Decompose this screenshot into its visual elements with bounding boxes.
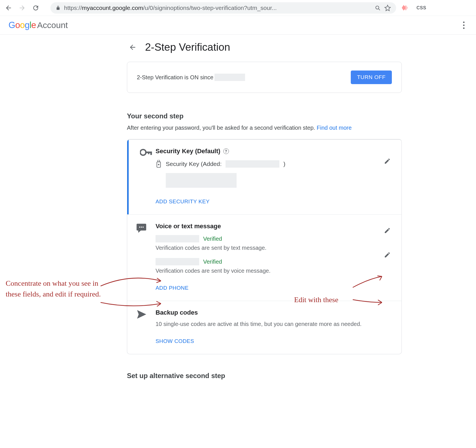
- svg-point-11: [139, 227, 140, 228]
- annotation-arrow-1: [99, 272, 164, 292]
- edit-security-key-button[interactable]: [384, 158, 391, 165]
- google-logo: Google: [8, 20, 36, 30]
- svg-point-2: [463, 24, 464, 26]
- content: 2-Step Verification is ON since TURN OFF…: [127, 62, 402, 380]
- search-address-icon[interactable]: [375, 5, 381, 11]
- status-card: 2-Step Verification is ON since TURN OFF: [127, 62, 402, 93]
- phone-1-desc: Verification codes are sent by text mess…: [156, 245, 392, 251]
- show-codes-button[interactable]: SHOW CODES: [156, 338, 392, 344]
- css-extension-icon[interactable]: CSS: [416, 5, 426, 10]
- verified-label: Verified: [203, 236, 222, 242]
- status-date-redacted: [214, 74, 245, 81]
- annotation-arrow-3: [351, 275, 385, 289]
- second-step-sub: After entering your password, you'll be …: [127, 125, 402, 131]
- more-menu-button[interactable]: [460, 19, 468, 32]
- key-icon: [140, 148, 152, 157]
- find-out-more-link[interactable]: Find out more: [317, 125, 352, 131]
- alternative-step-heading: Set up alternative second step: [127, 372, 402, 380]
- methods-card: Security Key (Default) ? Security Key (A…: [127, 139, 402, 354]
- browser-toolbar: https://myaccount.google.com/u/0/signino…: [0, 0, 476, 16]
- phone-1-redacted: [156, 235, 199, 242]
- backup-codes-title: Backup codes: [156, 309, 392, 316]
- add-security-key-button[interactable]: ADD SECURITY KEY: [156, 199, 392, 205]
- svg-point-13: [143, 227, 144, 228]
- backup-codes-desc: 10 single-use codes are active at this t…: [156, 321, 392, 327]
- svg-point-12: [141, 227, 142, 228]
- page-back-button[interactable]: [127, 42, 138, 53]
- security-key-date-redacted: [226, 160, 279, 168]
- reload-button[interactable]: [32, 4, 40, 12]
- svg-point-3: [463, 27, 464, 29]
- security-key-detail-redacted: [166, 173, 392, 188]
- svg-point-1: [463, 22, 464, 23]
- method-backup-codes: Backup codes 10 single-use codes are act…: [127, 301, 401, 354]
- voice-text-title: Voice or text message: [156, 223, 392, 230]
- second-step-heading: Your second step: [127, 112, 402, 120]
- page-title-row: 2-Step Verification: [0, 35, 476, 62]
- annotation-arrow-4: [351, 297, 385, 309]
- edit-phone-1-button[interactable]: [384, 227, 391, 234]
- svg-point-4: [140, 150, 146, 155]
- usb-key-icon: [156, 160, 162, 168]
- nav-back-button[interactable]: [5, 4, 12, 12]
- turn-off-button[interactable]: TURN OFF: [351, 71, 392, 84]
- svg-rect-7: [148, 152, 149, 154]
- url-text: https://myaccount.google.com/u/0/signino…: [64, 5, 371, 11]
- extension-icon[interactable]: [402, 5, 408, 11]
- help-icon[interactable]: ?: [223, 148, 229, 154]
- lock-icon: [56, 5, 61, 10]
- app-header: Google Account: [0, 16, 476, 35]
- phone-entry-1: Verified: [156, 235, 392, 242]
- phone-2-redacted: [156, 258, 199, 265]
- nav-forward-button[interactable]: [18, 4, 26, 12]
- svg-point-10: [158, 164, 160, 165]
- svg-point-0: [376, 6, 379, 9]
- annotation-right: Edit with these: [294, 295, 338, 305]
- edit-phone-2-button[interactable]: [384, 251, 391, 258]
- sms-icon: [136, 223, 146, 233]
- svg-rect-6: [150, 152, 152, 155]
- annotation-left: Concentrate on what you see in these fie…: [6, 278, 105, 299]
- google-account-logo[interactable]: Google Account: [8, 20, 68, 30]
- status-text: 2-Step Verification is ON since: [137, 74, 245, 81]
- method-security-key: Security Key (Default) ? Security Key (A…: [127, 140, 401, 214]
- phone-2-desc: Verification codes are sent by voice mes…: [156, 268, 392, 274]
- annotation-arrow-2: [99, 297, 164, 312]
- verified-label: Verified: [203, 259, 222, 265]
- bookmark-star-icon[interactable]: [384, 5, 391, 11]
- security-key-title: Security Key (Default) ?: [156, 148, 392, 155]
- phone-entry-2: Verified: [156, 258, 392, 265]
- address-bar[interactable]: https://myaccount.google.com/u/0/signino…: [50, 2, 396, 14]
- page-title: 2-Step Verification: [145, 41, 230, 53]
- account-word: Account: [37, 20, 68, 30]
- security-key-entry: Security Key (Added: ): [156, 160, 392, 168]
